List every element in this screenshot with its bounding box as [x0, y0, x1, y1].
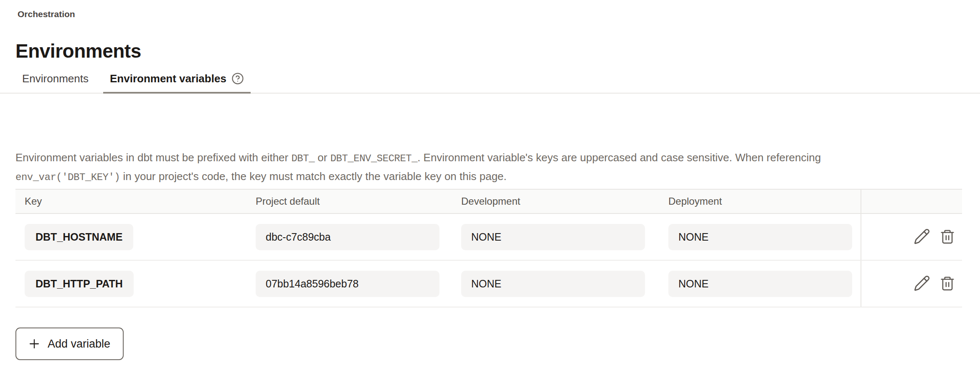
- environment-variables-table: Key Project default Development Deployme…: [15, 189, 962, 307]
- tab-environments-label: Environments: [22, 72, 89, 85]
- add-variable-label: Add variable: [48, 338, 110, 350]
- description-code-env-var: env_var('DBT_KEY'): [15, 172, 120, 183]
- row-actions: [861, 214, 962, 260]
- page-content: Orchestration Environments Environments …: [0, 0, 980, 360]
- key-chip: DBT_HTTP_PATH: [25, 271, 134, 297]
- column-header-project-default: Project default: [256, 196, 461, 207]
- table-header-row: Key Project default Development Deployme…: [15, 189, 962, 214]
- description-text-3: . Environment variable's keys are upperc…: [417, 151, 821, 164]
- env-var-description: Environment variables in dbt must be pre…: [15, 149, 897, 186]
- description-code-secret-prefix: DBT_ENV_SECRET_: [330, 153, 418, 164]
- deployment-chip: NONE: [668, 224, 852, 250]
- column-header-key: Key: [15, 196, 256, 207]
- breadcrumb[interactable]: Orchestration: [18, 8, 962, 20]
- pencil-icon: [914, 228, 930, 246]
- tab-environment-variables[interactable]: Environment variables: [103, 72, 251, 94]
- tabs-bar: Environments Environment variables: [0, 72, 980, 94]
- add-variable-button[interactable]: Add variable: [15, 328, 124, 360]
- deployment-chip: NONE: [668, 271, 852, 297]
- description-code-dbt-prefix: DBT_: [291, 153, 315, 164]
- project-default-chip: dbc-c7c89cba: [256, 224, 439, 250]
- column-header-deployment: Deployment: [668, 196, 861, 207]
- edit-variable-button[interactable]: [914, 275, 930, 293]
- description-text-2: or: [315, 151, 330, 164]
- help-circle-icon[interactable]: [231, 72, 244, 85]
- delete-variable-button[interactable]: [939, 229, 955, 246]
- description-text-1: Environment variables in dbt must be pre…: [15, 151, 291, 164]
- tab-environment-variables-label: Environment variables: [110, 72, 226, 85]
- row-actions: [861, 261, 962, 307]
- key-chip: DBT_HOSTNAME: [25, 224, 133, 250]
- tab-environments[interactable]: Environments: [15, 72, 95, 94]
- table-row: DBT_HOSTNAME dbc-c7c89cba NONE NONE: [15, 214, 962, 261]
- project-default-chip: 07bb14a8596beb78: [256, 271, 439, 297]
- column-header-development: Development: [461, 196, 668, 207]
- development-chip: NONE: [461, 224, 645, 250]
- tabs: Environments Environment variables: [15, 72, 962, 93]
- trash-icon: [939, 229, 955, 246]
- edit-variable-button[interactable]: [914, 228, 930, 246]
- delete-variable-button[interactable]: [939, 275, 955, 292]
- pencil-icon: [914, 275, 930, 293]
- plus-icon: [27, 337, 41, 351]
- table-row: DBT_HTTP_PATH 07bb14a8596beb78 NONE NONE: [15, 261, 962, 307]
- description-text-4: in your project's code, the key must mat…: [120, 170, 507, 183]
- page-title: Environments: [15, 39, 962, 63]
- development-chip: NONE: [461, 271, 645, 297]
- column-header-actions: [861, 190, 962, 213]
- trash-icon: [939, 275, 955, 292]
